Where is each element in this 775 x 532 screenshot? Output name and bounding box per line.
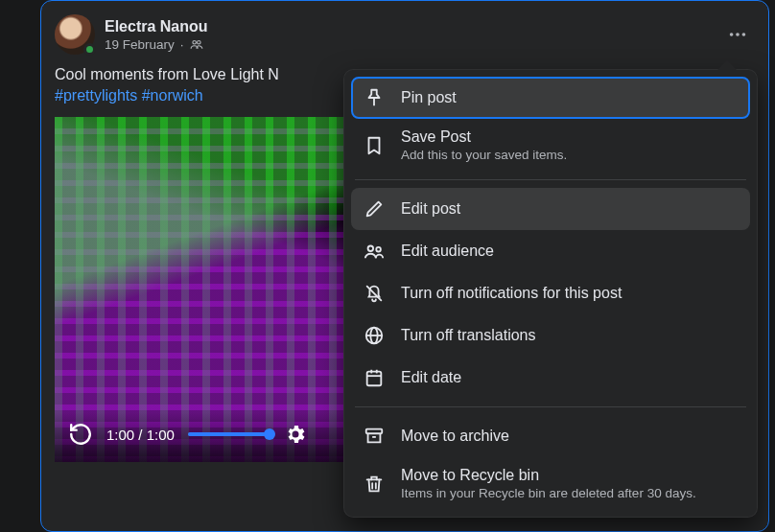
post-more-button[interactable] [720,17,755,52]
menu-save-post[interactable]: Save Post Add this to your saved items. [351,119,750,172]
author-block: Electra Nanou 19 February · [105,18,208,52]
dot-separator: · [180,37,184,52]
bell-off-icon [363,282,386,305]
menu-move-to-recycle[interactable]: Move to Recycle bin Items in your Recycl… [351,457,750,510]
post-meta: 19 February · [105,37,208,52]
author-name[interactable]: Electra Nanou [105,18,208,35]
menu-pin-post[interactable]: Pin post [351,77,750,119]
post-actions-menu: Pin post Save Post Add this to your save… [343,69,758,518]
svg-point-6 [368,246,374,252]
svg-rect-12 [367,372,382,386]
post-header: Electra Nanou 19 February · [55,14,755,55]
menu-item-label: Move to archive [401,428,509,445]
globe-icon [363,324,386,347]
pencil-icon [363,197,386,220]
pin-icon [363,86,386,109]
menu-item-label: Move to Recycle bin [401,467,696,484]
settings-gear-icon[interactable] [283,422,308,447]
menu-item-sublabel: Add this to your saved items. [401,148,567,162]
menu-item-label: Edit date [401,369,461,386]
svg-point-2 [730,33,734,36]
post-date[interactable]: 19 February [105,37,175,52]
svg-rect-16 [366,429,383,434]
menu-item-sublabel: Items in your Recycle bin are deleted af… [401,486,696,500]
video-time: 1:00 / 1:00 [106,427,175,443]
menu-item-label: Turn off translations [401,327,536,344]
menu-edit-date[interactable]: Edit date [351,357,750,399]
avatar[interactable] [55,14,95,55]
menu-separator [355,179,746,180]
audience-icon [363,240,386,263]
menu-turn-off-notifications[interactable]: Turn off notifications for this post [351,272,750,314]
hashtag-link[interactable]: #norwich [142,87,203,104]
video-progress[interactable] [188,432,270,436]
hashtag-link[interactable]: #prettylights [55,87,137,104]
svg-point-3 [736,33,740,36]
svg-point-4 [742,33,746,36]
audience-icon[interactable] [190,37,203,51]
menu-item-label: Pin post [401,89,457,106]
menu-move-to-archive[interactable]: Move to archive [351,415,750,457]
menu-turn-off-translations[interactable]: Turn off translations [351,314,750,357]
menu-item-label: Edit post [401,200,460,218]
replay-icon[interactable] [68,422,93,447]
trash-icon [363,473,386,496]
svg-point-7 [376,247,381,252]
menu-separator [355,406,746,407]
menu-item-label: Save Post [401,128,567,146]
post-text-plain: Cool moments from Love Light N [55,66,279,82]
menu-edit-audience[interactable]: Edit audience [351,230,750,272]
presence-dot-icon [83,43,96,56]
bookmark-icon [363,134,386,157]
svg-point-1 [197,41,200,45]
calendar-icon [363,366,386,389]
archive-icon [363,425,386,448]
menu-item-label: Edit audience [401,243,494,260]
menu-edit-post[interactable]: Edit post [351,188,750,230]
menu-item-label: Turn off notifications for this post [401,285,622,302]
svg-point-0 [192,41,196,45]
